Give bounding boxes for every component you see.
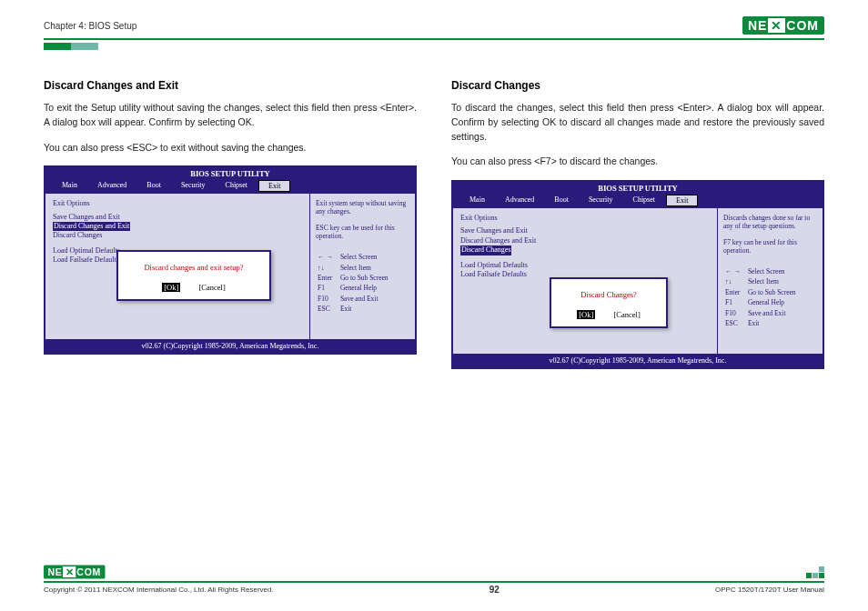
bios-discard-exit: Discard Changes and Exit — [53, 222, 130, 231]
bios-title: BIOS SETUP UTILITY — [45, 167, 415, 180]
right-p1: To discard the changes, select this fiel… — [451, 101, 824, 144]
bios-tab-security: Security — [580, 195, 622, 206]
brand-logo: NE✕COM — [742, 16, 824, 35]
bios-screenshot-right: BIOS SETUP UTILITY Main Advanced Boot Se… — [451, 180, 824, 369]
left-title: Discard Changes and Exit — [44, 79, 417, 92]
bios-tab-exit: Exit — [666, 195, 698, 206]
bios-exit-options: Exit Options — [460, 214, 710, 223]
dialog-message: Discard changes and exit setup? — [136, 263, 251, 272]
bios-key-legend: ← →Select Screen ↑↓Select Item EnterGo t… — [316, 251, 396, 315]
bios-title: BIOS SETUP UTILITY — [453, 182, 823, 195]
right-p2: You can also press <F7> to discard the c… — [451, 155, 824, 169]
bios-discard: Discard Changes — [53, 231, 302, 240]
bios-save-exit: Save Changes and Exit — [460, 226, 710, 235]
bios-tabs: Main Advanced Boot Security Chipset Exit — [45, 180, 415, 194]
bios-footer: v02.67 (C)Copyright 1985-2009, American … — [45, 339, 415, 353]
bios-tab-main: Main — [53, 180, 86, 192]
bios-tab-advanced: Advanced — [496, 195, 543, 206]
bios-tab-advanced: Advanced — [88, 180, 136, 192]
bios-load-optimal: Load Optimal Defaults — [460, 261, 710, 270]
dialog-discard: Discard Changes? [Ok] [Cancel] — [550, 277, 668, 328]
dialog-ok-button[interactable]: [Ok] — [162, 283, 180, 292]
bios-tab-main: Main — [460, 195, 494, 206]
bios-save-exit: Save Changes and Exit — [53, 213, 302, 222]
bios-tabs: Main Advanced Boot Security Chipset Exit — [453, 195, 823, 208]
bios-discard-exit: Discard Changes and Exit — [460, 236, 710, 245]
bios-tab-security: Security — [172, 180, 215, 192]
bios-help-text: Discards changes done so far to any of t… — [723, 214, 817, 255]
bios-tab-chipset: Chipset — [624, 195, 664, 206]
dialog-cancel-button[interactable]: [Cancel] — [613, 310, 640, 319]
bios-screenshot-left: BIOS SETUP UTILITY Main Advanced Boot Se… — [44, 165, 417, 355]
bios-tab-boot: Boot — [137, 180, 170, 192]
bios-tab-boot: Boot — [545, 195, 578, 206]
manual-name: OPPC 1520T/1720T User Manual — [715, 586, 824, 594]
chapter-label: Chapter 4: BIOS Setup — [44, 21, 136, 31]
dialog-ok-button[interactable]: [Ok] — [577, 310, 595, 319]
dialog-discard-exit: Discard changes and exit setup? [Ok] [Ca… — [116, 250, 271, 301]
bios-help-text: Exit system setup without saving any cha… — [316, 199, 409, 240]
dialog-message: Discard Changes? — [570, 290, 648, 299]
bios-exit-options: Exit Options — [53, 199, 302, 208]
page-number: 92 — [490, 585, 500, 595]
dialog-cancel-button[interactable]: [Cancel] — [198, 283, 225, 292]
left-p2: You can also press <ESC> to exit without… — [44, 141, 417, 155]
copyright: Copyright © 2011 NEXCOM International Co… — [44, 586, 274, 594]
bios-tab-exit: Exit — [258, 180, 290, 192]
bios-footer: v02.67 (C)Copyright 1985-2009, American … — [453, 354, 823, 367]
bios-discard: Discard Changes — [460, 245, 511, 255]
left-p1: To exit the Setup utility without saving… — [44, 101, 417, 130]
right-title: Discard Changes — [451, 79, 824, 92]
footer-logo: NE✕COM — [44, 566, 630, 579]
bios-key-legend: ← →Select Screen ↑↓Select Item EnterGo t… — [723, 265, 803, 329]
bios-tab-chipset: Chipset — [217, 180, 257, 192]
